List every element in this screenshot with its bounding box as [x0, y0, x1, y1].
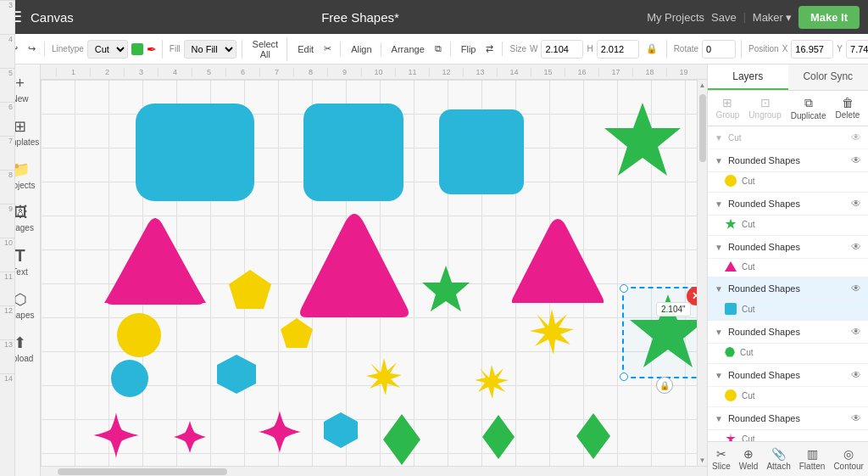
layer-list: ▼ Cut 👁 ▼ Rounded Shapes 👁 Cut ▼ Rounded…	[708, 126, 868, 441]
shape-green-diamond-right[interactable]	[573, 411, 614, 462]
linetype-label: Linetype	[52, 44, 84, 53]
position-x-input[interactable]	[791, 40, 833, 59]
list-item[interactable]: ▼ Rounded Shapes 👁	[708, 149, 868, 172]
shape-yellow-sunburst-large[interactable]	[526, 307, 577, 358]
h-scrollbar-thumb[interactable]	[58, 468, 227, 475]
size-h-input[interactable]	[597, 40, 639, 59]
make-it-button[interactable]: Make It	[798, 6, 860, 29]
tab-color-sync[interactable]: Color Sync	[788, 64, 869, 90]
shape-blue-circle[interactable]	[111, 360, 148, 397]
selection-handle-bl[interactable]	[620, 372, 628, 381]
shape-blue-rounded-rect-small[interactable]	[439, 109, 524, 194]
shape-pink-triangle-medium-right[interactable]	[507, 214, 609, 303]
my-projects-link[interactable]: My Projects	[647, 11, 704, 24]
list-item[interactable]: ▼ Cut 👁	[708, 126, 868, 149]
save-button[interactable]: Save	[711, 11, 737, 24]
layer-visibility-icon[interactable]: 👁	[851, 412, 861, 424]
flatten-tool[interactable]: ▥ Flatten	[799, 447, 826, 471]
layer-toggle-icon[interactable]: ▼	[715, 284, 723, 294]
layer-toggle-icon[interactable]: ▼	[715, 156, 723, 165]
layer-visibility-icon[interactable]: 👁	[851, 283, 861, 294]
list-item[interactable]: ▼ Rounded Shapes 👁	[708, 277, 868, 300]
shape-blue-rounded-rect-large[interactable]	[136, 104, 254, 201]
arrange-button[interactable]: Arrange	[388, 42, 428, 56]
layer-toggle-icon[interactable]: ▼	[715, 133, 723, 143]
fill-select[interactable]: No Fill	[184, 40, 236, 59]
doc-title: Free Shapes*	[82, 10, 638, 25]
dimension-tooltip: 2.104"	[656, 302, 691, 316]
flip-icon[interactable]: ⇄	[482, 42, 497, 56]
selection-handle-tl[interactable]	[620, 284, 628, 293]
linetype-color-swatch[interactable]	[131, 43, 143, 55]
shape-pink-4star-medium[interactable]	[257, 409, 303, 455]
rotate-input[interactable]	[702, 40, 736, 59]
v-scrollbar[interactable]: ▲ ▼	[697, 80, 707, 466]
linetype-select[interactable]: Cut	[87, 40, 128, 59]
flip-button[interactable]: Flip	[458, 42, 480, 56]
attach-tool[interactable]: 📎 Attach	[766, 447, 790, 471]
shape-yellow-circle[interactable]	[117, 313, 161, 357]
layer-visibility-icon[interactable]: 👁	[851, 154, 861, 166]
shape-pink-4star-left[interactable]	[92, 411, 141, 460]
layer-visibility-icon[interactable]: 👁	[851, 241, 861, 253]
layer-visibility-icon[interactable]: 👁	[851, 326, 861, 338]
panel-tabs: Layers Color Sync	[708, 64, 868, 91]
shape-blue-hexagon[interactable]	[214, 353, 259, 395]
list-item[interactable]: ▼ Rounded Shapes 👁	[708, 407, 868, 430]
layer-visibility-icon[interactable]: 👁	[851, 132, 861, 143]
v-scrollbar-down[interactable]: ▼	[698, 455, 707, 466]
shape-yellow-pentagon[interactable]	[225, 266, 275, 313]
list-item[interactable]: ▼ Rounded Shapes 👁	[708, 364, 868, 387]
v-scrollbar-thumb[interactable]	[699, 94, 706, 162]
contour-tool[interactable]: ◎ Contour	[833, 447, 864, 471]
edit-button[interactable]: Edit	[294, 42, 317, 56]
select-all-button[interactable]: Select All	[249, 37, 282, 61]
list-item[interactable]: ▼ Rounded Shapes 👁	[708, 321, 868, 344]
svg-marker-5	[217, 355, 256, 394]
duplicate-button[interactable]: ⧉ Duplicate	[791, 96, 826, 120]
design-canvas[interactable]: ✕ ↻ 2.104" 🔒 ⊕ ✛	[41, 80, 707, 476]
layer-toggle-icon[interactable]: ▼	[715, 328, 723, 337]
layer-visibility-icon[interactable]: 👁	[851, 198, 861, 210]
ruler-horizontal: 1 2 3 4 5 6 7 8 9 10 11 12 13 14 15 16 1…	[41, 64, 707, 80]
layer-toggle-icon[interactable]: ▼	[715, 243, 723, 252]
canvas-container[interactable]: ✕ ↻ 2.104" 🔒 ⊕ ✛ ▲	[41, 80, 707, 476]
size-w-input[interactable]	[541, 40, 583, 59]
shape-green-star-medium[interactable]	[416, 262, 476, 322]
layer-toggle-icon[interactable]: ▼	[715, 414, 723, 423]
shape-green-diamond-medium[interactable]	[480, 412, 517, 462]
size-lock-icon[interactable]: 🔒	[643, 42, 661, 56]
tab-layers[interactable]: Layers	[708, 64, 788, 90]
redo-button[interactable]: ↪	[25, 42, 39, 56]
layer-toggle-icon[interactable]: ▼	[715, 199, 723, 209]
ungroup-button[interactable]: ⊡ Ungroup	[748, 96, 781, 120]
edit-scissors-button[interactable]: ✂	[320, 42, 335, 56]
shape-blue-hexagon-lower[interactable]	[320, 411, 361, 450]
v-scrollbar-up[interactable]: ▲	[698, 80, 707, 91]
svg-marker-8	[324, 412, 358, 448]
shape-blue-rounded-rect-medium[interactable]	[303, 104, 403, 201]
weld-tool[interactable]: ⊕ Weld	[739, 447, 759, 471]
layer-visibility-icon[interactable]: 👁	[851, 369, 861, 381]
align-button[interactable]: Align	[348, 42, 375, 56]
shape-green-star-large[interactable]	[600, 98, 685, 188]
shape-pink-4star-small[interactable]	[172, 419, 208, 455]
shape-pink-triangle-large-left[interactable]	[100, 211, 210, 309]
shape-yellow-sunburst-medium[interactable]	[363, 356, 405, 399]
slice-tool[interactable]: ✂ Slice	[712, 447, 731, 471]
list-item[interactable]: ▼ Rounded Shapes 👁	[708, 193, 868, 216]
shape-yellow-pentagon-small[interactable]	[278, 316, 315, 351]
delete-button[interactable]: 🗑 Delete	[836, 96, 860, 120]
list-item[interactable]: ▼ Rounded Shapes 👁	[708, 236, 868, 259]
size-label: Size	[509, 44, 526, 53]
shape-green-diamond-large[interactable]	[380, 411, 424, 468]
group-button[interactable]: ⊞ Group	[716, 96, 740, 120]
lock-selection-icon[interactable]: 🔒	[656, 377, 673, 394]
shape-yellow-sunburst-small[interactable]	[473, 363, 510, 400]
maker-button[interactable]: Maker ▾	[753, 11, 792, 24]
position-y-input[interactable]	[846, 40, 868, 59]
shape-pink-triangle-large-middle[interactable]	[295, 207, 414, 317]
h-scrollbar[interactable]	[41, 466, 707, 476]
arrange-icon[interactable]: ⧉	[431, 42, 445, 56]
layer-toggle-icon[interactable]: ▼	[715, 371, 723, 380]
